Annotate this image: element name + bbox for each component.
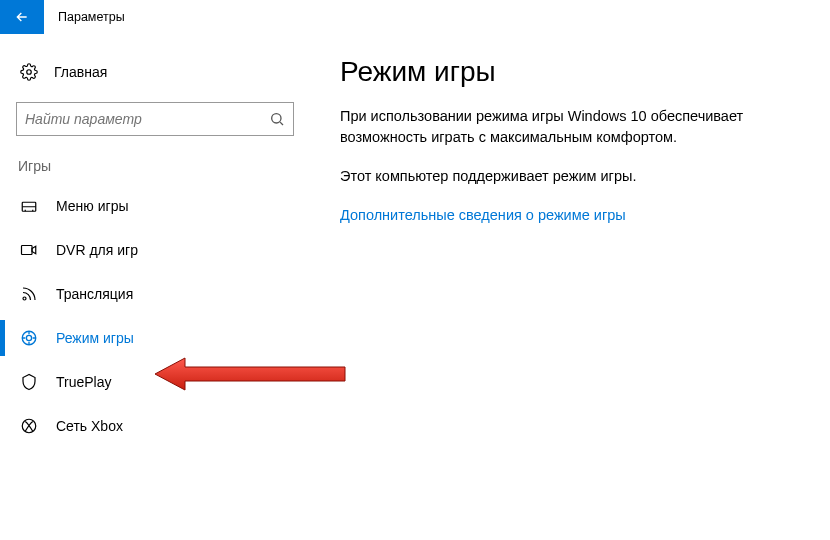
nav-item-game-bar[interactable]: Меню игры	[0, 184, 310, 228]
dvr-icon	[20, 241, 38, 259]
game-mode-icon	[20, 329, 38, 347]
description-text-1: При использовании режима игры Windows 10…	[340, 106, 770, 148]
more-info-link[interactable]: Дополнительные сведения о режиме игры	[340, 207, 626, 223]
home-button[interactable]: Главная	[16, 52, 294, 92]
description-text-2: Этот компьютер поддерживает режим игры.	[340, 166, 770, 187]
trueplay-icon	[20, 373, 38, 391]
page-heading: Режим игры	[340, 56, 800, 88]
nav-item-xbox-network[interactable]: Сеть Xbox	[0, 404, 310, 448]
nav-label: Трансляция	[56, 286, 133, 302]
svg-rect-3	[22, 246, 33, 255]
svg-point-6	[26, 335, 31, 340]
xbox-icon	[20, 417, 38, 435]
nav-label: Режим игры	[56, 330, 134, 346]
nav-label: DVR для игр	[56, 242, 138, 258]
title-bar: Параметры	[0, 0, 830, 34]
svg-point-4	[23, 297, 26, 300]
search-icon	[269, 111, 285, 127]
svg-point-0	[27, 70, 32, 75]
search-input-container[interactable]	[16, 102, 294, 136]
back-arrow-icon	[14, 9, 30, 25]
sidebar: Главная Игры Меню игры DVR для игр	[0, 46, 310, 448]
nav-item-broadcast[interactable]: Трансляция	[0, 272, 310, 316]
game-bar-icon	[20, 197, 38, 215]
broadcast-icon	[20, 285, 38, 303]
nav-item-trueplay[interactable]: TruePlay	[0, 360, 310, 404]
search-input[interactable]	[25, 111, 269, 127]
category-header: Игры	[16, 158, 294, 174]
svg-point-1	[272, 114, 281, 123]
main-content: Режим игры При использовании режима игры…	[310, 46, 830, 448]
nav-label: TruePlay	[56, 374, 112, 390]
nav-item-game-dvr[interactable]: DVR для игр	[0, 228, 310, 272]
gear-icon	[20, 63, 38, 81]
window-title: Параметры	[44, 10, 125, 24]
nav-label: Сеть Xbox	[56, 418, 123, 434]
home-label: Главная	[54, 64, 107, 80]
nav-label: Меню игры	[56, 198, 129, 214]
back-button[interactable]	[0, 0, 44, 34]
nav-item-game-mode[interactable]: Режим игры	[0, 316, 310, 360]
